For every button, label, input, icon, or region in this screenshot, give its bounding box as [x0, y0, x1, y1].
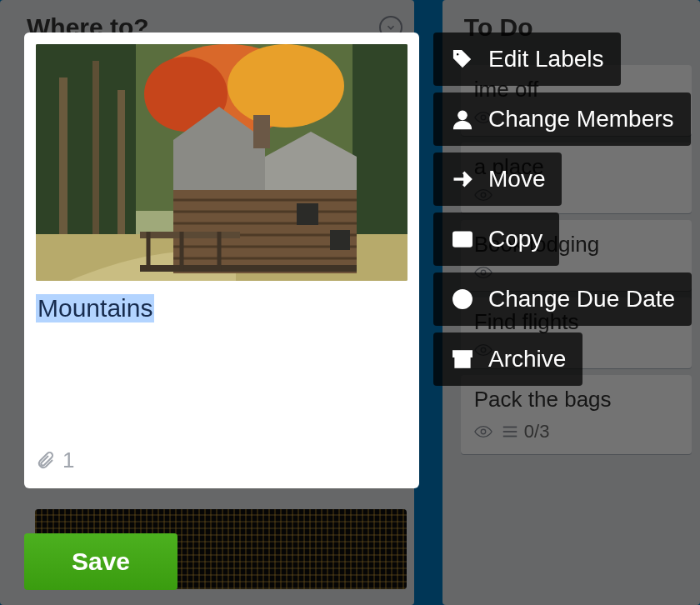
tag-icon: [450, 48, 475, 71]
svg-rect-16: [92, 61, 99, 252]
save-button[interactable]: Save: [24, 533, 178, 590]
action-label: Change Members: [488, 106, 674, 132]
svg-rect-17: [118, 90, 125, 257]
svg-rect-14: [352, 44, 408, 236]
svg-point-37: [458, 111, 468, 120]
user-icon: [450, 108, 475, 131]
action-label: Move: [488, 166, 545, 192]
card-icon: [450, 228, 475, 251]
edit-labels-button[interactable]: Edit Labels: [433, 32, 621, 86]
clock-icon: [450, 288, 475, 311]
quick-card-editor: Mountains 1: [24, 32, 419, 488]
svg-point-36: [456, 52, 459, 56]
change-due-date-button[interactable]: Change Due Date: [433, 272, 692, 326]
attachments-badge: 1: [36, 448, 408, 473]
svg-rect-31: [140, 232, 240, 238]
svg-rect-15: [59, 78, 68, 252]
svg-rect-30: [140, 265, 357, 272]
copy-button[interactable]: Copy: [433, 212, 559, 266]
svg-rect-29: [330, 230, 350, 250]
svg-point-11: [228, 44, 344, 128]
archive-button[interactable]: Archive: [433, 332, 582, 386]
svg-rect-43: [456, 357, 469, 368]
svg-rect-35: [253, 115, 270, 148]
action-label: Copy: [488, 226, 542, 252]
svg-rect-39: [454, 232, 472, 246]
attachment-count: 1: [62, 448, 74, 473]
svg-rect-28: [297, 203, 318, 225]
card-title-input[interactable]: Mountains: [36, 294, 408, 322]
card-cover-image: [36, 44, 408, 281]
quick-actions-menu: Edit Labels Change Members Move Copy Cha…: [433, 32, 692, 386]
paperclip-icon: [36, 449, 56, 472]
card-title-text: Mountains: [36, 294, 154, 322]
arrow-right-icon: [450, 168, 475, 191]
action-label: Archive: [488, 346, 566, 372]
move-button[interactable]: Move: [433, 152, 562, 206]
change-members-button[interactable]: Change Members: [433, 92, 691, 146]
action-label: Edit Labels: [488, 46, 604, 72]
archive-icon: [450, 348, 475, 371]
action-label: Change Due Date: [488, 286, 675, 312]
